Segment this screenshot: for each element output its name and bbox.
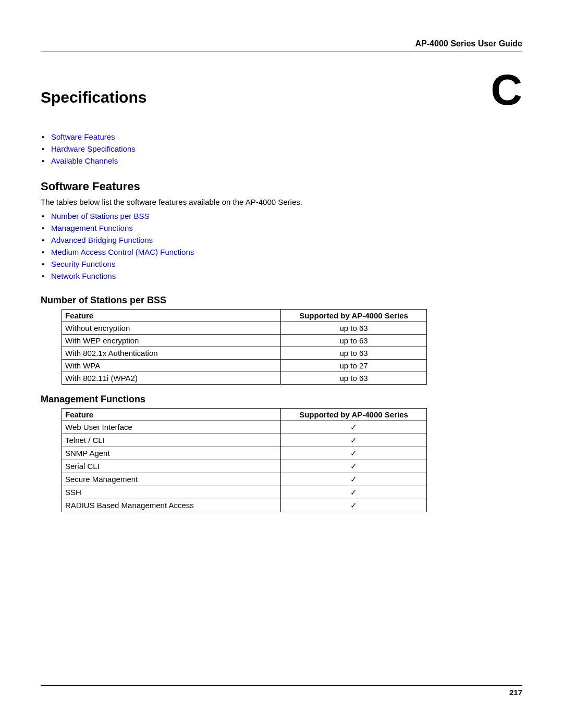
document-page: AP-4000 Series User Guide Specifications…: [0, 0, 563, 728]
header-divider: [41, 52, 522, 52]
heading-number-of-stations: Number of Stations per BSS: [41, 295, 522, 306]
link-mac-functions[interactable]: Medium Access Control (MAC) Functions: [51, 248, 194, 256]
table-number-of-stations: Feature Supported by AP-4000 Series With…: [62, 309, 427, 385]
cell-feature: Telnet / CLI: [62, 434, 281, 447]
table-row: With 802.1x Authenticationup to 63: [62, 347, 427, 360]
footer: 217: [41, 685, 522, 697]
table-header-row: Feature Supported by AP-4000 Series: [62, 310, 427, 322]
cell-support: up to 63: [281, 322, 427, 335]
header-support: Supported by AP-4000 Series: [281, 310, 427, 322]
table-management-functions: Feature Supported by AP-4000 Series Web …: [62, 408, 427, 512]
software-features-link-list: Number of Stations per BSS Management Fu…: [41, 212, 522, 280]
header-feature: Feature: [62, 409, 281, 421]
appendix-letter: C: [491, 68, 522, 112]
link-management-functions[interactable]: Management Functions: [51, 224, 133, 232]
cell-support: up to 63: [281, 347, 427, 360]
cell-support: ✓: [281, 434, 427, 447]
table-row: Telnet / CLI✓: [62, 434, 427, 447]
cell-feature: Secure Management: [62, 473, 281, 486]
cell-support: ✓: [281, 460, 427, 473]
header-feature: Feature: [62, 310, 281, 322]
software-features-intro: The tables below list the software featu…: [41, 198, 522, 206]
table-row: With WEP encryptionup to 63: [62, 335, 427, 347]
cell-support: ✓: [281, 421, 427, 434]
cell-feature: With WEP encryption: [62, 335, 281, 347]
cell-feature: With 802.1x Authentication: [62, 347, 281, 360]
table-row: Secure Management✓: [62, 473, 427, 486]
cell-feature: With 802.11i (WPA2): [62, 372, 281, 385]
table-header-row: Feature Supported by AP-4000 Series: [62, 409, 427, 421]
cell-support: up to 27: [281, 360, 427, 372]
header-guide-title: AP-4000 Series User Guide: [41, 39, 522, 48]
table-row: SSH✓: [62, 486, 427, 499]
cell-support: ✓: [281, 447, 427, 460]
top-link-list: Software Features Hardware Specification…: [41, 132, 522, 165]
table-row: Serial CLI✓: [62, 460, 427, 473]
cell-feature: SNMP Agent: [62, 447, 281, 460]
cell-support: ✓: [281, 486, 427, 499]
page-number: 217: [41, 688, 522, 697]
cell-support: up to 63: [281, 335, 427, 347]
table-row: Without encryptionup to 63: [62, 322, 427, 335]
table-row: Web User Interface✓: [62, 421, 427, 434]
cell-feature: RADIUS Based Management Access: [62, 499, 281, 512]
heading-management-functions: Management Functions: [41, 394, 522, 405]
table-row: SNMP Agent✓: [62, 447, 427, 460]
table-row: With 802.11i (WPA2)up to 63: [62, 372, 427, 385]
header-support: Supported by AP-4000 Series: [281, 409, 427, 421]
table-row: RADIUS Based Management Access✓: [62, 499, 427, 512]
cell-feature: With WPA: [62, 360, 281, 372]
cell-feature: SSH: [62, 486, 281, 499]
link-security-functions[interactable]: Security Functions: [51, 260, 115, 268]
heading-software-features: Software Features: [41, 180, 522, 193]
link-advanced-bridging-functions[interactable]: Advanced Bridging Functions: [51, 236, 153, 244]
cell-support: ✓: [281, 499, 427, 512]
footer-divider: [41, 685, 522, 686]
link-software-features[interactable]: Software Features: [51, 132, 115, 141]
link-available-channels[interactable]: Available Channels: [51, 156, 118, 165]
cell-feature: Web User Interface: [62, 421, 281, 434]
link-hardware-specifications[interactable]: Hardware Specifications: [51, 144, 136, 153]
title-row: Specifications C: [41, 68, 522, 112]
link-number-of-stations[interactable]: Number of Stations per BSS: [51, 212, 149, 220]
table-row: With WPAup to 27: [62, 360, 427, 372]
link-network-functions[interactable]: Network Functions: [51, 272, 116, 280]
page-title: Specifications: [41, 89, 146, 106]
cell-support: ✓: [281, 473, 427, 486]
cell-feature: Without encryption: [62, 322, 281, 335]
cell-feature: Serial CLI: [62, 460, 281, 473]
cell-support: up to 63: [281, 372, 427, 385]
